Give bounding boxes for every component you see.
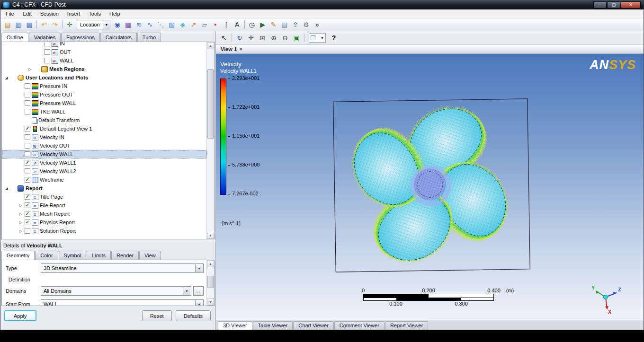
start-from-select[interactable]: WALL ▼ [41,299,204,306]
menu-item[interactable]: Tools [84,10,105,18]
zoom-out-tool-icon[interactable]: ⊖ [280,33,290,43]
particle-track-icon[interactable]: ⋱ [156,19,166,30]
tree-checkbox[interactable] [25,100,30,106]
tree-item[interactable]: Velocity IN [2,133,206,141]
minimize-button[interactable]: — [593,1,607,9]
point-icon[interactable]: • [210,19,221,30]
tree-expand-arrow[interactable]: ▷ [18,212,23,216]
tree-item[interactable]: ◢ Report [2,184,206,193]
tree-checkbox[interactable]: ✓ [25,202,30,208]
tree-expand-arrow[interactable]: ◢ [4,186,9,191]
tree-item[interactable]: ✓ Default Legend View 1 [2,124,206,133]
3d-viewport[interactable]: Velocity Velocity WALL1 2.293e+001 1.722… [216,54,644,320]
menu-item[interactable]: Insert [63,10,85,18]
view-selector[interactable]: View 1 [221,46,237,52]
tree-item[interactable]: Pressure IN [2,82,206,90]
viewer-tab[interactable]: Comment Viewer [334,321,385,330]
tree-item[interactable]: IN [2,42,206,48]
projection-combo[interactable]: ▼ [309,33,326,43]
tree-checkbox[interactable] [25,228,30,234]
menu-item[interactable]: Edit [18,10,36,18]
command-editor-icon[interactable]: » [312,19,322,30]
details-scrollbar[interactable]: ▲ ▼ [206,260,214,306]
tree-item[interactable]: ▷ ✓ File Report [2,201,206,210]
chevron-down-icon[interactable]: ▼ [239,47,243,52]
workspace-tab[interactable]: Turbo [137,33,161,42]
context-help-icon[interactable]: ? [329,33,339,43]
workspace-tab[interactable]: Calculators [100,33,137,42]
tree-item[interactable]: WALL [2,56,206,65]
redo-icon[interactable]: ↷ [50,19,60,30]
details-tab[interactable]: Render [111,251,139,260]
menu-item[interactable]: File [1,10,18,18]
contour-icon[interactable]: ≋ [134,19,144,30]
domains-select[interactable]: All Domains ▼ [41,286,191,296]
details-tab[interactable]: Geometry [1,251,35,260]
tree-item[interactable]: ▷ Solution Report [2,227,206,235]
zoom-in-tool-icon[interactable]: ⊕ [268,33,279,43]
workspace-tab[interactable]: Expressions [61,33,100,42]
tree-checkbox[interactable] [25,143,30,149]
scrollbar-thumb[interactable] [207,276,214,288]
defaults-button[interactable]: Defaults [176,310,211,321]
tree-item[interactable]: OUT [2,48,206,56]
viewer-tab[interactable]: Table Viewer [253,321,293,330]
undo-icon[interactable]: ↶ [39,19,49,30]
tree-item[interactable]: ◢ User Locations and Plots [2,73,206,82]
tree-item[interactable]: ✓ Title Page [2,193,206,201]
location-combo[interactable]: Location ▼ [77,20,110,29]
vector-icon[interactable]: ↗ [188,19,199,30]
tree-scrollbar[interactable]: ▲ ▼ [206,42,214,239]
tree-item[interactable]: ▷ ✓ Mesh Report [2,210,206,218]
tree-item[interactable]: ✓ Velocity WALL1 [2,158,206,167]
tree-item[interactable]: TKE WALL [2,107,206,116]
report-publish-icon[interactable]: ⇪ [290,19,301,30]
tree-item[interactable]: Velocity OUT [2,141,206,150]
workspace-tab[interactable]: Variables [29,33,61,42]
tree-checkbox[interactable]: ✓ [25,211,30,217]
tree-checkbox[interactable] [45,49,50,55]
text-label-icon[interactable]: A [232,19,242,30]
tree-item[interactable]: ✓ Wireframe [2,175,206,184]
animation-icon[interactable]: ▶ [258,19,268,30]
tree-checkbox[interactable]: ✓ [25,126,30,132]
plane-icon[interactable]: ▱ [199,19,210,30]
tree-expand-arrow[interactable]: ▷ [27,67,33,71]
details-tab[interactable]: Color [35,251,58,260]
tree-checkbox[interactable]: ✓ [25,219,30,225]
fit-view-icon[interactable]: ▣ [291,33,302,43]
close-button[interactable]: ✕ [621,1,641,9]
tree-item[interactable]: Velocity WALL [2,150,206,158]
type-select[interactable]: 3D Streamline ▼ [41,263,204,273]
tree-expand-arrow[interactable]: ◢ [4,76,9,80]
tree-checkbox[interactable]: ✓ [25,160,30,166]
reset-button[interactable]: Reset [142,310,172,321]
tree-checkbox[interactable] [45,42,50,46]
maximize-button[interactable]: ▢ [607,1,620,9]
tree-expand-arrow[interactable]: ▷ [18,220,23,225]
tree-expand-arrow[interactable]: ▷ [18,203,23,208]
viewer-tab[interactable]: Report Viewer [385,321,429,330]
probe-icon[interactable]: ✛ [64,19,75,30]
workspace-tab[interactable]: Outline [1,33,28,42]
tree-item[interactable]: ▷ ✓ Physics Report [2,218,206,227]
viewer-tab[interactable]: Chart Viewer [293,321,333,330]
viewer-tab[interactable]: 3D Viewer [218,321,252,330]
menu-item[interactable]: Session [36,10,63,18]
quick-editor-icon[interactable]: ✎ [268,19,279,30]
save-project-icon[interactable]: ▦ [24,19,35,30]
tree-checkbox[interactable] [25,134,30,140]
details-tab[interactable]: Limits [87,251,111,260]
isosurface-icon[interactable]: ◈ [178,19,188,30]
vortex-region-icon[interactable]: ◉ [112,19,123,30]
scrollbar-thumb[interactable] [207,69,214,139]
scroll-up-icon[interactable]: ▲ [207,260,214,267]
streamline-icon[interactable]: ∿ [145,19,155,30]
tree-checkbox[interactable] [25,168,30,174]
tree-checkbox[interactable] [25,92,30,97]
report-template-icon[interactable]: ▤ [279,19,290,30]
scroll-up-icon[interactable]: ▲ [207,42,214,49]
select-tool-icon[interactable]: ↖ [219,33,229,43]
tree-checkbox[interactable] [25,83,30,89]
load-results-icon[interactable]: ▤ [2,19,13,30]
